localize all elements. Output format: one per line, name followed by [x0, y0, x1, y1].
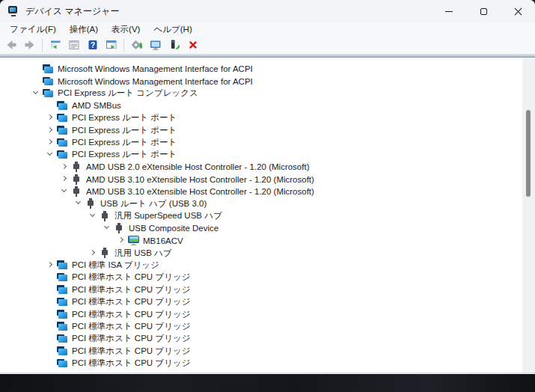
tree-item[interactable]: PCI 標準ホスト CPU ブリッジ [0, 333, 522, 345]
tree-item[interactable]: PCI Express ルート コンプレックス [0, 88, 522, 99]
tree-item[interactable]: Microsoft Windows Management Interface f… [0, 75, 522, 87]
tree-item[interactable]: PCI 標準ホスト CPU ブリッジ [0, 272, 522, 284]
tree-item-label: PCI 標準ホスト CPU ブリッジ [70, 272, 190, 283]
expander[interactable] [46, 321, 56, 331]
menu-help[interactable]: ヘルプ(H) [147, 22, 198, 36]
system-device-icon [57, 334, 67, 343]
tree-item[interactable]: PCI 標準ホスト CPU ブリッジ [0, 308, 522, 320]
toolbar: ? [0, 36, 535, 54]
device-manager-icon [7, 6, 19, 16]
expander[interactable] [74, 198, 85, 209]
menu-file[interactable]: ファイル(F) [3, 22, 63, 36]
tree-item[interactable]: MB16ACV [0, 234, 522, 246]
tree-item-label: PCI Express ルート コンプレックス [56, 88, 198, 99]
menu-action[interactable]: 操作(A) [63, 22, 105, 36]
tree-item-label: PCI 標準ホスト CPU ブリッジ [70, 333, 190, 344]
vertical-scrollbar[interactable] [522, 58, 535, 373]
usb-device-icon [101, 211, 108, 221]
tree-item-label: AMD USB 3.10 eXtensible Host Controller … [85, 175, 314, 184]
tree-item[interactable]: PCI Express ルート ポート [0, 124, 522, 136]
minimize-icon [445, 11, 453, 12]
expander[interactable] [46, 334, 56, 344]
tree-item[interactable]: PCI Express ルート ポート [0, 149, 522, 161]
expander[interactable] [60, 162, 70, 172]
expander[interactable] [46, 113, 56, 123]
tree-item[interactable]: Microsoft Windows Management Interface f… [0, 63, 522, 75]
usb-device-icon [87, 198, 94, 209]
close-button[interactable] [501, 0, 535, 22]
tree-item[interactable]: PCI 標準ホスト CPU ブリッジ [0, 320, 522, 332]
expander[interactable] [46, 150, 56, 160]
expander[interactable] [46, 125, 56, 135]
tree-item[interactable]: USB Composite Device [0, 222, 522, 234]
scrollbar-thumb[interactable] [526, 110, 531, 197]
show-hide-console-tree-button[interactable] [46, 37, 64, 53]
expander[interactable] [46, 272, 56, 283]
expander[interactable] [31, 88, 42, 99]
update-driver-icon [130, 38, 144, 52]
expander[interactable] [31, 76, 42, 87]
tree-item[interactable]: PCI 標準ホスト CPU ブリッジ [0, 295, 522, 307]
usb-device-icon [115, 223, 123, 233]
tree-item[interactable]: 汎用 SuperSpeed USB ハブ [0, 210, 522, 222]
expander[interactable] [88, 211, 99, 221]
back-button[interactable] [1, 37, 20, 53]
expander[interactable] [46, 309, 56, 319]
tree-item[interactable]: PCI 標準ホスト CPU ブリッジ [0, 345, 522, 357]
usb-device-icon [73, 186, 80, 197]
expander[interactable] [46, 260, 56, 270]
tree-item[interactable]: AMD SMBus [0, 99, 522, 111]
tree-item[interactable]: PCI 標準ホスト CPU ブリッジ [0, 357, 522, 369]
tree-item-label: USB Composite Device [127, 224, 218, 233]
tree-item-label: PCI 標準ホスト CPU ブリッジ [70, 309, 190, 320]
tree-item-label: PCI Express ルート ポート [70, 112, 177, 123]
expander[interactable] [60, 186, 70, 197]
tree-item[interactable]: AMD USB 2.0 eXtensible Host Controller -… [0, 161, 522, 173]
scan-hardware-changes-button[interactable] [146, 37, 165, 53]
tree-item-label: Microsoft Windows Management Interface f… [56, 77, 253, 86]
system-device-icon [57, 346, 67, 355]
expander[interactable] [46, 358, 56, 369]
add-legacy-hardware-icon [168, 38, 181, 52]
tree-item[interactable]: 汎用 USB ハブ [0, 247, 522, 259]
properties-button[interactable] [64, 37, 83, 53]
tree-item[interactable]: AMD USB 3.10 eXtensible Host Controller … [0, 174, 522, 186]
menu-view[interactable]: 表示(V) [105, 22, 147, 36]
expander[interactable] [88, 248, 99, 258]
expander[interactable] [60, 174, 70, 185]
expander[interactable] [46, 100, 56, 111]
tree-item[interactable]: USB ルート ハブ (USB 3.0) [0, 197, 522, 209]
tree-item-label: AMD USB 2.0 eXtensible Host Controller -… [85, 162, 309, 171]
usb-device-icon [73, 162, 80, 172]
show-hide-action-pane-button[interactable] [102, 37, 120, 53]
help-button[interactable]: ? [83, 37, 102, 53]
minimize-button[interactable] [432, 0, 466, 22]
device-tree: Microsoft Windows Management Interface f… [0, 58, 522, 373]
expander[interactable] [31, 64, 42, 74]
forward-button[interactable] [20, 37, 39, 53]
tree-item[interactable]: PCI 標準 ISA ブリッジ [0, 259, 522, 271]
maximize-button[interactable] [466, 0, 501, 22]
forward-arrow-icon [23, 38, 37, 52]
expander[interactable] [46, 138, 56, 148]
uninstall-device-button[interactable] [183, 37, 202, 53]
system-device-icon [57, 260, 67, 269]
tree-item[interactable]: AMD USB 3.10 eXtensible Host Controller … [0, 186, 522, 197]
tree-item-label: Microsoft Windows Management Interface f… [56, 64, 253, 73]
update-driver-button[interactable] [127, 37, 146, 53]
tree-item-label: AMD SMBus [70, 101, 121, 110]
maximize-icon [480, 8, 487, 15]
tree-item[interactable]: PCI Express ルート ポート [0, 136, 522, 148]
tree-item[interactable]: PCI 標準ホスト CPU ブリッジ [0, 284, 522, 295]
show-hide-console-tree-icon [49, 38, 62, 52]
expander[interactable] [103, 223, 113, 233]
add-legacy-hardware-button[interactable] [165, 37, 183, 53]
tree-item-label: PCI Express ルート ポート [70, 125, 177, 136]
expander[interactable] [46, 297, 56, 307]
expander[interactable] [46, 284, 56, 295]
system-device-icon [43, 89, 53, 98]
expander[interactable] [46, 346, 56, 356]
expander[interactable] [117, 236, 127, 246]
tree-item-label: PCI 標準ホスト CPU ブリッジ [70, 284, 190, 295]
tree-item[interactable]: PCI Express ルート ポート [0, 112, 522, 124]
